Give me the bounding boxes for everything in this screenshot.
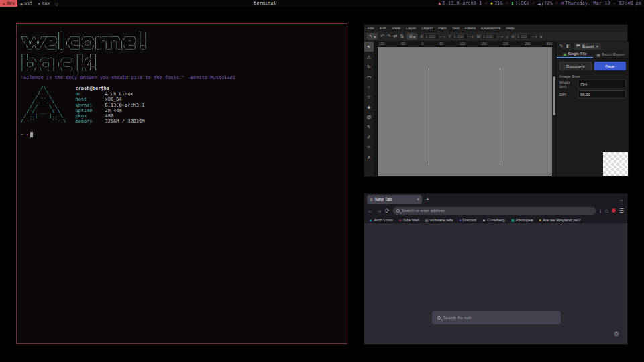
- workspace-tag[interactable]: ⌨ dev: [0, 0, 17, 7]
- bookmark-favicon: ▲: [482, 218, 486, 222]
- w-increment[interactable]: +: [501, 34, 504, 38]
- w-decrement[interactable]: −: [498, 34, 500, 38]
- align-dropdown[interactable]: ≣▾: [407, 33, 417, 40]
- menu-item[interactable]: Edit: [380, 26, 386, 30]
- canvas[interactable]: [378, 47, 552, 176]
- fetch-output: /\ / \ / .. \ / . . \ / / \ \ / / __ \ \…: [21, 86, 343, 124]
- selector-mode-dropdown[interactable]: ↖▾: [367, 33, 378, 40]
- workspace-tag[interactable]: ◉ ust: [17, 0, 35, 7]
- bookmark-item[interactable]: ● Discord: [459, 218, 476, 222]
- tool-button[interactable]: ✐: [364, 132, 374, 142]
- tool-icon: ✐: [367, 135, 371, 140]
- tool-button[interactable]: △: [364, 52, 374, 62]
- extension-icon[interactable]: [612, 208, 616, 213]
- h-increment[interactable]: +: [535, 34, 537, 38]
- menu-item[interactable]: Object: [421, 26, 433, 30]
- page-button[interactable]: Page: [594, 62, 627, 70]
- bookmark-favicon: ●: [539, 218, 541, 222]
- tool-button[interactable]: ↖: [364, 42, 374, 52]
- h-decrement[interactable]: −: [532, 34, 535, 38]
- menu-item[interactable]: Layer: [406, 26, 416, 30]
- tab-single-file[interactable]: ▣ Single File: [557, 50, 593, 58]
- toolbar-overflow-icon[interactable]: »: [540, 34, 543, 39]
- tool-button[interactable]: @: [364, 112, 374, 122]
- menu-item[interactable]: Path: [438, 26, 446, 30]
- menu-item[interactable]: File: [368, 26, 374, 30]
- close-icon[interactable]: ×: [596, 44, 598, 48]
- flip-horizontal-icon[interactable]: ⇄: [394, 34, 398, 39]
- url-input[interactable]: [402, 208, 592, 213]
- export-width-input[interactable]: 794: [578, 80, 626, 88]
- h-label: H: [511, 34, 514, 38]
- bookmark-item[interactable]: ▣ Photopea: [511, 218, 533, 222]
- bookmark-item[interactable]: ● Tuta Mail: [399, 218, 419, 222]
- fetch-label: pkgs: [75, 113, 105, 119]
- terminal-window[interactable]: _ _ __ _____ | | ___ ___ _ __ ___ ___ | …: [16, 23, 347, 344]
- tab-batch-export[interactable]: ▦ Batch Export: [593, 50, 629, 58]
- page-guide-line: [429, 68, 429, 166]
- gear-icon[interactable]: ⚙: [614, 330, 619, 337]
- bookmark-item[interactable]: ▲ Codeberg: [482, 218, 505, 222]
- hamburger-menu-icon[interactable]: ☰: [619, 208, 624, 214]
- y-increment[interactable]: +: [472, 34, 474, 38]
- w-input[interactable]: 0.000: [481, 34, 497, 40]
- y-decrement[interactable]: −: [468, 34, 471, 38]
- y-input[interactable]: 0.000: [451, 34, 468, 40]
- bookmark-item[interactable]: ● Are we Wayland yet?: [539, 218, 581, 222]
- rotate-ccw-icon[interactable]: ↶: [380, 34, 384, 39]
- new-tab-page: ⚙: [364, 223, 627, 344]
- list-tabs-icon[interactable]: ⌄: [619, 197, 623, 202]
- tool-button[interactable]: ◈: [364, 102, 374, 112]
- active-tab[interactable]: ⊕ New Tab ×: [367, 195, 422, 204]
- ruler-tick-label: 300: [547, 42, 552, 46]
- downloads-icon[interactable]: ↓: [599, 208, 602, 214]
- reload-button[interactable]: ⟳: [385, 208, 390, 214]
- x-decrement[interactable]: −: [440, 34, 443, 38]
- tool-button[interactable]: ✎: [364, 122, 374, 132]
- fill-icon[interactable]: ◧: [566, 44, 571, 49]
- menu-item[interactable]: Extensions: [481, 26, 500, 30]
- tool-button[interactable]: ✑: [364, 142, 374, 152]
- navigation-bar: ← → ⟳ ↓ ⌂ ☰: [364, 205, 627, 216]
- x-increment[interactable]: +: [443, 34, 446, 38]
- export-panel-tab[interactable]: ⬒ Export ×: [574, 43, 601, 50]
- x-input[interactable]: 0.000: [423, 34, 439, 40]
- forward-button[interactable]: →: [376, 208, 382, 214]
- tool-button[interactable]: ↻: [364, 62, 374, 72]
- tab-close-icon[interactable]: ×: [417, 197, 419, 202]
- menu-item[interactable]: View: [392, 26, 400, 30]
- url-bar[interactable]: [393, 207, 596, 215]
- rotate-cw-icon[interactable]: ↷: [387, 34, 391, 39]
- tool-button[interactable]: A: [364, 152, 374, 162]
- export-dpi-input[interactable]: 96.00: [578, 90, 626, 99]
- scrollbar-thumb[interactable]: [553, 76, 555, 115]
- new-tab-button[interactable]: +: [426, 196, 429, 202]
- browser-window[interactable]: ⊕ New Tab × + ⌄ ← → ⟳ ↓ ⌂ ☰ ▲: [364, 193, 628, 345]
- separator: <: [555, 1, 558, 6]
- selector-icon: ↖: [369, 34, 373, 39]
- bookmark-item[interactable]: ▤ software refs: [425, 218, 453, 222]
- tool-button[interactable]: ○: [364, 82, 374, 92]
- workspace-tag[interactable]: □: [53, 0, 62, 7]
- h-input[interactable]: 0.000: [515, 34, 531, 40]
- fetch-value: x86_64: [105, 97, 121, 102]
- web-search-box[interactable]: [432, 311, 561, 324]
- home-icon[interactable]: ⌂: [605, 208, 608, 214]
- flip-vertical-icon[interactable]: ⇅: [400, 34, 405, 39]
- menu-item[interactable]: Text: [452, 26, 460, 30]
- tool-button[interactable]: ▭: [364, 72, 374, 82]
- shell-prompt[interactable]: ~ ›: [21, 132, 343, 137]
- menu-item[interactable]: Filters: [465, 26, 476, 30]
- menu-item[interactable]: Help: [506, 26, 514, 30]
- inkscape-window[interactable]: FileEditViewLayerObjectPathTextFiltersEx…: [364, 24, 628, 177]
- horizontal-ruler: -100-50050100150200250300: [374, 42, 556, 47]
- document-button[interactable]: Document: [559, 62, 592, 70]
- bookmark-item[interactable]: ▲ Arch Linux: [369, 218, 393, 222]
- lock-ratio-icon[interactable]: ○: [506, 34, 508, 39]
- export-tab-label: Export: [582, 44, 594, 48]
- web-search-input[interactable]: [443, 316, 555, 320]
- back-button[interactable]: ←: [368, 208, 373, 214]
- pencil-icon[interactable]: ✎: [559, 44, 564, 49]
- workspace-tag[interactable]: ⌘ mux: [36, 0, 53, 7]
- tool-button[interactable]: ☆: [364, 92, 374, 102]
